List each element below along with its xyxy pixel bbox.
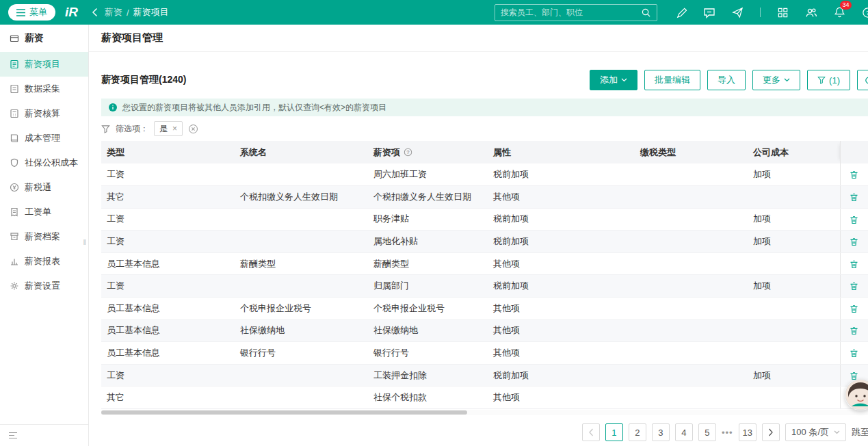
delete-icon[interactable] — [849, 237, 859, 247]
cell-company-cost — [748, 319, 840, 342]
page-button-4[interactable]: 4 — [675, 423, 693, 441]
cell-type: 工资 — [101, 163, 235, 186]
send-icon[interactable] — [732, 7, 744, 18]
table-row[interactable]: 工资 属地化补贴 税前加项 加项 — [101, 231, 868, 253]
cell-salary-item: 职务津贴 — [368, 208, 488, 231]
chip-remove-icon[interactable]: × — [172, 124, 177, 133]
table-row[interactable]: 工资 归属部门 税前加项 加项 — [101, 275, 868, 298]
jump-label: 跳至 — [852, 426, 868, 438]
cell-salary-item: 归属部门 — [368, 275, 488, 298]
cell-actions — [840, 319, 868, 342]
cell-actions — [840, 208, 868, 231]
delete-icon[interactable] — [849, 348, 859, 358]
sidebar-module-salary[interactable]: 薪资 — [0, 25, 88, 52]
sidebar-item-salary-archive[interactable]: 薪资档案 — [0, 224, 88, 249]
sidebar-item-social-insurance-cost[interactable]: 社保公积成本 — [0, 150, 88, 175]
apps-grid-icon[interactable] — [777, 7, 789, 18]
notifications-icon[interactable]: 34 — [834, 6, 845, 18]
table-row[interactable]: 工资 周六加班工资 税前加项 加项 — [101, 163, 868, 186]
search-input[interactable] — [501, 8, 637, 17]
cell-type: 其它 — [101, 386, 235, 409]
breadcrumb-parent[interactable]: 薪资 — [105, 6, 122, 18]
filter-chip[interactable]: 是 × — [154, 121, 183, 136]
yuan-coin-icon — [10, 183, 19, 192]
delete-icon[interactable] — [849, 259, 859, 270]
assistant-mascot-avatar[interactable] — [845, 379, 868, 410]
cell-attribute: 税前加项 — [488, 275, 635, 298]
sidebar-collapse[interactable] — [0, 424, 88, 446]
page-button-1[interactable]: 1 — [605, 423, 623, 441]
sidebar-item-cost-management[interactable]: 成本管理 — [0, 126, 88, 150]
col-company-cost: 公司成本 — [748, 141, 840, 163]
sidebar-item-salary-report[interactable]: 薪资报表 — [0, 249, 88, 274]
page-button-2[interactable]: 2 — [629, 423, 646, 441]
table-row[interactable]: 工资 职务津贴 税前加项 加项 — [101, 208, 868, 231]
clear-filters-icon[interactable] — [188, 124, 198, 134]
page-button-last[interactable]: 13 — [739, 423, 757, 441]
salary-items-table: 类型 系统名 薪资项 ? 属性 缴税类型 公司成本 — [101, 141, 868, 409]
sidebar-resize-handle[interactable]: ‖ — [83, 238, 87, 246]
refresh-button[interactable] — [857, 70, 868, 90]
sidebar-item-salary-settings[interactable]: 薪资设置 — [0, 274, 88, 298]
table-row[interactable]: 员工基本信息 个税申报企业税号 个税申报企业税号 其他项 — [101, 298, 868, 320]
column-info-icon[interactable]: ? — [404, 148, 412, 157]
next-page-button[interactable] — [762, 423, 780, 441]
message-sync-icon[interactable] — [703, 7, 715, 18]
sidebar-module-label: 薪资 — [25, 32, 44, 44]
batch-edit-button[interactable]: 批量编辑 — [644, 70, 700, 90]
cell-type: 工资 — [101, 231, 235, 253]
table-row[interactable]: 员工基本信息 社保缴纳地 社保缴纳地 其他项 — [101, 319, 868, 342]
cell-actions — [840, 231, 868, 253]
breadcrumb-current: 薪资项目 — [133, 6, 169, 18]
pen-icon[interactable] — [675, 7, 687, 18]
cell-salary-item: 工装押金扣除 — [368, 364, 488, 386]
search-icon[interactable] — [641, 8, 651, 18]
add-button[interactable]: 添加 — [590, 70, 637, 90]
cell-salary-item: 银行行号 — [368, 342, 488, 365]
sidebar-item-salary-items[interactable]: 薪资项目 — [0, 52, 88, 77]
delete-icon[interactable] — [849, 304, 859, 314]
cell-salary-item: 周六加班工资 — [368, 163, 488, 186]
table-row[interactable]: 其它 社保个税扣款 其他项 — [101, 386, 868, 409]
import-button[interactable]: 导入 — [707, 70, 746, 90]
help-icon[interactable]: ? — [862, 7, 868, 18]
col-attribute: 属性 — [488, 141, 635, 163]
delete-icon[interactable] — [849, 192, 859, 202]
book-icon — [10, 133, 19, 143]
cell-company-cost — [748, 386, 840, 409]
hamburger-icon — [16, 9, 25, 16]
delete-icon[interactable] — [849, 281, 859, 291]
table-row[interactable]: 员工基本信息 薪酬类型 薪酬类型 其他项 — [101, 252, 868, 275]
sidebar-item-payroll-calculation[interactable]: 薪资核算 — [0, 101, 88, 126]
sidebar-item-data-collection[interactable]: 数据采集 — [0, 77, 88, 101]
refresh-icon — [865, 76, 868, 85]
table-row[interactable]: 员工基本信息 银行行号 银行行号 其他项 — [101, 342, 868, 365]
svg-text:?: ? — [406, 149, 410, 155]
scrollbar-thumb[interactable] — [101, 410, 467, 415]
delete-icon[interactable] — [849, 215, 859, 225]
sidebar-item-payslip[interactable]: 工资单 — [0, 200, 88, 224]
shield-icon — [10, 158, 19, 168]
cell-attribute: 税前加项 — [488, 231, 635, 253]
sidebar-item-label: 薪资设置 — [25, 280, 60, 292]
contacts-icon[interactable] — [805, 7, 817, 18]
page-button-3[interactable]: 3 — [652, 423, 670, 441]
more-button[interactable]: 更多 — [752, 70, 800, 90]
menu-button[interactable]: 菜单 — [8, 4, 55, 21]
delete-icon[interactable] — [849, 326, 859, 336]
page-size-select[interactable]: 100 条/页 — [785, 423, 846, 441]
sidebar-item-tax-service[interactable]: 薪税通 — [0, 175, 88, 200]
cell-salary-item: 薪酬类型 — [368, 252, 488, 275]
table-row[interactable]: 其它 个税扣缴义务人生效日期 个税扣缴义务人生效日期 其他项 — [101, 186, 868, 209]
filter-button[interactable]: (1) — [807, 70, 850, 90]
table-row[interactable]: 工资 工装押金扣除 税前加项 加项 — [101, 364, 868, 386]
prev-page-button[interactable] — [582, 423, 600, 441]
archive-icon — [10, 232, 19, 241]
filter-label: 筛选项： — [116, 123, 148, 135]
delete-icon[interactable] — [849, 170, 859, 180]
back-icon[interactable] — [92, 8, 98, 17]
cell-company-cost: 加项 — [748, 275, 840, 298]
funnel-icon — [101, 124, 110, 133]
pagination-ellipsis[interactable]: ••• — [722, 428, 733, 438]
page-button-5[interactable]: 5 — [698, 423, 716, 441]
